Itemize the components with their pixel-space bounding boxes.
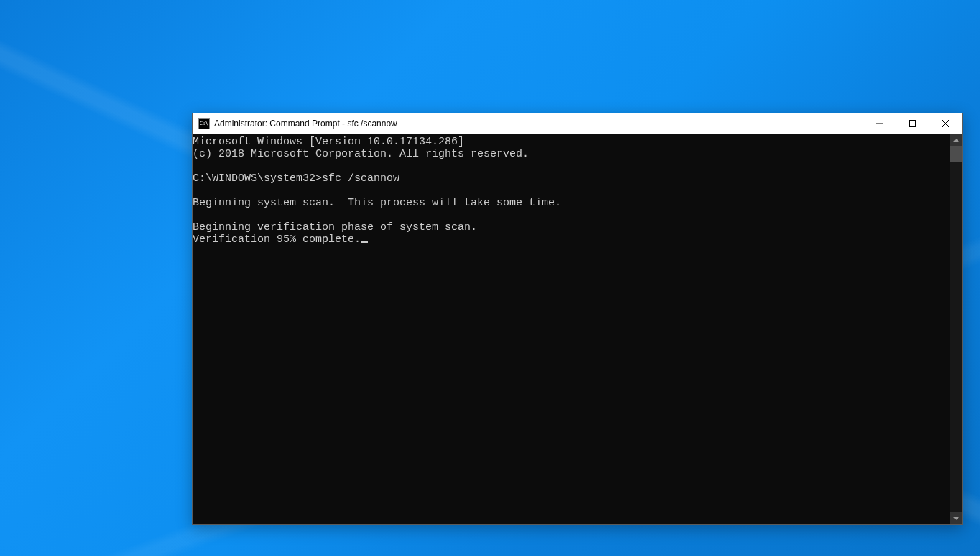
console-output[interactable]: Microsoft Windows [Version 10.0.17134.28… <box>193 134 950 524</box>
close-icon <box>942 120 949 127</box>
maximize-button[interactable] <box>896 113 929 134</box>
console-line: Beginning system scan. This process will… <box>193 197 561 209</box>
scroll-down-button[interactable] <box>950 512 962 524</box>
scroll-thumb[interactable] <box>950 146 962 162</box>
console-line: Beginning verification phase of system s… <box>193 221 477 233</box>
scroll-track[interactable] <box>950 146 962 512</box>
console-client-area: Microsoft Windows [Version 10.0.17134.28… <box>193 134 962 524</box>
chevron-down-icon <box>953 517 959 520</box>
console-line: Microsoft Windows [Version 10.0.17134.28… <box>193 136 464 148</box>
minimize-icon <box>876 120 883 127</box>
console-line: (c) 2018 Microsoft Corporation. All righ… <box>193 148 529 160</box>
chevron-up-icon <box>953 139 959 142</box>
maximize-icon <box>909 120 916 127</box>
cmd-icon: C:\ <box>198 118 210 129</box>
close-button[interactable] <box>929 113 962 134</box>
text-cursor <box>361 241 368 243</box>
command-prompt-window: C:\ Administrator: Command Prompt - sfc … <box>192 113 963 525</box>
vertical-scrollbar[interactable] <box>950 134 962 524</box>
console-prompt-line: C:\WINDOWS\system32>sfc /scannow <box>193 172 399 185</box>
scroll-up-button[interactable] <box>950 134 962 146</box>
minimize-button[interactable] <box>863 113 896 134</box>
svg-rect-1 <box>910 121 916 127</box>
window-controls <box>863 113 962 134</box>
window-titlebar[interactable]: C:\ Administrator: Command Prompt - sfc … <box>193 113 962 134</box>
window-title: Administrator: Command Prompt - sfc /sca… <box>214 119 397 129</box>
console-line: Verification 95% complete. <box>193 233 361 246</box>
